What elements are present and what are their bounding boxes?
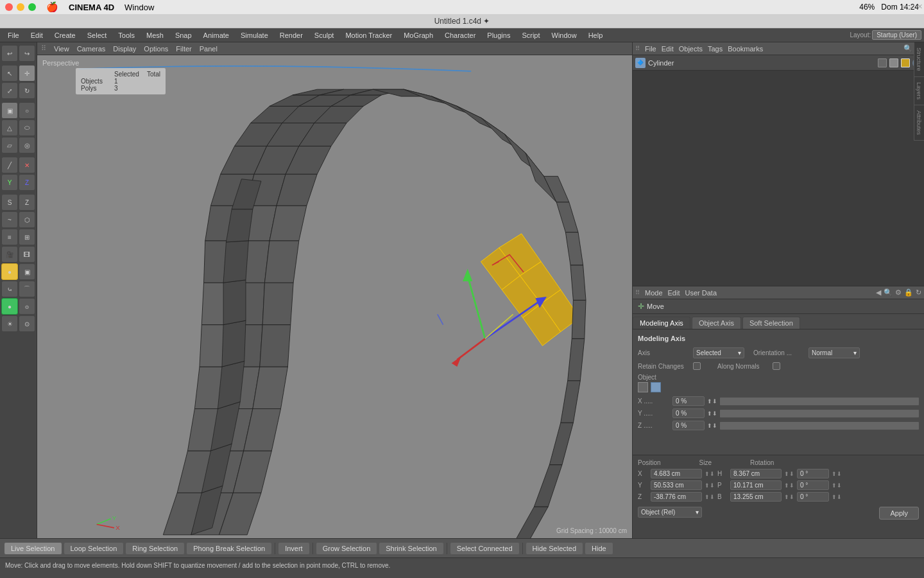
z-tool[interactable]: Z [19, 174, 35, 191]
paint-tool[interactable]: ⬡ [19, 211, 35, 228]
layer-tool[interactable]: ≡ [1, 229, 18, 245]
obj-menu-bookmarks[interactable]: Bookmarks [728, 45, 763, 53]
structure-tab[interactable]: Structure [914, 42, 924, 77]
menu-animate[interactable]: Animate [198, 30, 234, 40]
psr-y-size[interactable]: 10.171 cm [730, 480, 782, 490]
menu-render[interactable]: Render [275, 30, 308, 40]
layout-dropdown[interactable]: Startup (User) [872, 30, 921, 40]
yellow-circle[interactable]: ● [1, 263, 18, 280]
tag-icon1[interactable] [878, 58, 887, 67]
vp-menu-options[interactable]: Options [144, 45, 168, 53]
menu-mograph[interactable]: MoGraph [398, 30, 438, 40]
hide-btn[interactable]: Hide [585, 542, 613, 555]
obj-menu-file[interactable]: File [645, 45, 656, 53]
menu-sculpt[interactable]: Sculpt [309, 30, 339, 40]
extra-tool[interactable]: ⊙ [19, 315, 35, 332]
x-axis-input[interactable]: 0 % [672, 396, 705, 406]
along-normals-checkbox[interactable] [773, 362, 780, 370]
psr-x-pos-stepper[interactable]: ⬆⬇ [705, 471, 715, 477]
plane-tool[interactable]: ▱ [1, 137, 18, 153]
psr-z-size[interactable]: 13.255 cm [730, 492, 782, 502]
apply-button[interactable]: Apply [879, 507, 919, 520]
morph-tool[interactable]: ⤿ [1, 281, 18, 297]
menu-snap[interactable]: Snap [170, 30, 197, 40]
menu-script[interactable]: Script [517, 30, 545, 40]
menu-motion-tracker[interactable]: Motion Tracker [340, 30, 397, 40]
shrink-selection-btn[interactable]: Shrink Selection [379, 542, 444, 555]
psr-y-rot-stepper[interactable]: ⬆⬇ [832, 482, 842, 489]
cube2-tool[interactable]: ▣ [19, 263, 35, 280]
traffic-lights[interactable] [5, 3, 36, 11]
z2-tool[interactable]: Z [19, 194, 35, 211]
retain-checkbox[interactable] [693, 362, 701, 370]
arrow-tool[interactable]: ↖ [1, 65, 18, 82]
loop-selection-btn[interactable]: Loop Selection [64, 542, 124, 555]
wave-tool[interactable]: ⌒ [19, 281, 35, 297]
vp-menu-filter[interactable]: Filter [176, 45, 191, 53]
torus-tool[interactable]: ◎ [19, 137, 35, 153]
menu-mesh[interactable]: Mesh [141, 30, 169, 40]
sun-tool[interactable]: ☀ [1, 315, 18, 332]
obj-menu-objects[interactable]: Objects [679, 45, 703, 53]
vp-icon-maximize[interactable]: ⤢ [909, 3, 915, 11]
camera-tool[interactable]: 🎥 [1, 246, 18, 263]
vp-menu-view[interactable]: View [54, 45, 69, 53]
orientation-dropdown[interactable]: Normal ▾ [809, 347, 860, 358]
attributes-tab[interactable]: Attributes [914, 105, 924, 141]
s-tool[interactable]: S [1, 194, 18, 211]
obj-icon-1[interactable] [638, 382, 648, 392]
psr-x-pos[interactable]: 4.683 cm [651, 469, 702, 478]
x-stepper[interactable]: ⬆⬇ [707, 398, 717, 405]
bend-tool[interactable]: ⌾ [19, 298, 35, 315]
z-stepper[interactable]: ⬆⬇ [707, 423, 717, 429]
tab-object-axis[interactable]: Object Axis [692, 317, 741, 329]
vp-menu-display[interactable]: Display [113, 45, 136, 53]
grow-selection-btn[interactable]: Grow Selection [316, 542, 378, 555]
film-tool[interactable]: 🎞 [19, 246, 35, 263]
vp-menu-panel[interactable]: Panel [200, 45, 218, 53]
psr-y-pos-stepper[interactable]: ⬆⬇ [705, 482, 715, 489]
psr-z-pos-stepper[interactable]: ⬆⬇ [705, 494, 715, 500]
menu-character[interactable]: Character [440, 30, 481, 40]
attr-menu-mode[interactable]: Mode [645, 289, 663, 297]
psr-x-size-stepper[interactable]: ⬆⬇ [784, 471, 794, 477]
menu-select[interactable]: Select [82, 30, 112, 40]
psr-y-size-stepper[interactable]: ⬆⬇ [784, 482, 794, 489]
brush-tool[interactable]: ~ [1, 211, 18, 228]
rotate-tool[interactable]: ↻ [19, 82, 35, 99]
tab-soft-selection[interactable]: Soft Selection [742, 317, 800, 329]
obj-icon-2[interactable] [651, 382, 661, 392]
undo-tool[interactable]: ↩ [1, 45, 18, 62]
grid-tool[interactable]: ⊞ [19, 229, 35, 245]
cone-tool[interactable]: △ [1, 119, 18, 136]
dot-green[interactable]: ● [1, 298, 18, 315]
vp-menu-cameras[interactable]: Cameras [77, 45, 106, 53]
y-tool[interactable]: Y [1, 174, 18, 191]
hide-selected-btn[interactable]: Hide Selected [526, 542, 584, 555]
close-button[interactable] [5, 3, 13, 11]
psr-z-rot-stepper[interactable]: ⬆⬇ [832, 494, 842, 500]
y-stepper[interactable]: ⬆⬇ [707, 410, 717, 417]
attr-lock-icon[interactable]: 🔒 [904, 288, 913, 297]
move-tool[interactable]: ✛ [19, 65, 35, 82]
viewport-canvas[interactable]: Perspective Selected Total Objects 1 Pol… [37, 55, 632, 538]
attr-search-icon[interactable]: 🔍 [884, 288, 893, 297]
psr-z-pos[interactable]: -38.776 cm [651, 492, 702, 502]
psr-y-rot[interactable]: 0 ° [797, 480, 829, 490]
search-icon[interactable]: 🔍 [903, 44, 912, 53]
live-selection-btn[interactable]: Live Selection [4, 542, 62, 555]
invert-btn[interactable]: Invert [278, 542, 310, 555]
psr-z-rot[interactable]: 0 ° [797, 492, 829, 502]
cube-tool[interactable]: ▣ [1, 102, 18, 119]
phong-break-btn[interactable]: Phong Break Selection [186, 542, 272, 555]
obj-menu-edit[interactable]: Edit [662, 45, 674, 53]
tag-icon2[interactable] [889, 58, 898, 67]
window-menu[interactable]: Window [124, 3, 154, 12]
psr-y-pos[interactable]: 50.533 cm [651, 480, 702, 490]
attr-back-icon[interactable]: ◀ [876, 288, 881, 297]
cylinder-tool[interactable]: ⬭ [19, 119, 35, 136]
psr-x-size[interactable]: 8.367 cm [730, 469, 782, 478]
x-tool[interactable]: ✕ [19, 157, 35, 173]
z-axis-input[interactable]: 0 % [672, 421, 705, 430]
menu-tools[interactable]: Tools [113, 30, 140, 40]
